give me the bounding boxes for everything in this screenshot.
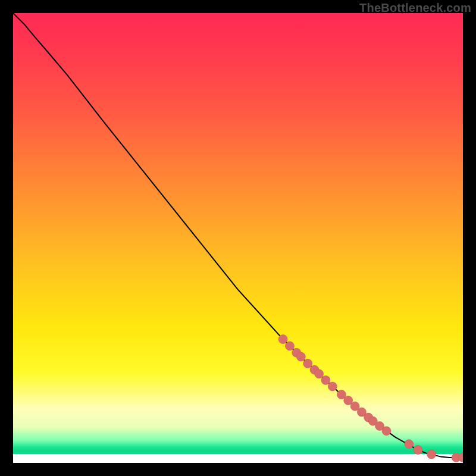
marker-point <box>285 342 294 350</box>
watermark-text: TheBottleneck.com <box>359 1 471 15</box>
marker-point <box>328 382 337 391</box>
scatter-markers <box>278 335 463 462</box>
plot-area <box>13 13 463 463</box>
curve-line <box>13 13 463 458</box>
marker-point <box>303 359 312 368</box>
marker-point <box>321 375 330 384</box>
marker-point <box>296 352 305 361</box>
marker-point <box>382 427 391 436</box>
marker-point <box>427 450 436 459</box>
marker-point <box>414 446 422 455</box>
marker-point <box>315 369 324 378</box>
chart-frame: TheBottleneck.com <box>0 0 476 476</box>
marker-point <box>278 335 287 344</box>
chart-svg <box>13 13 463 463</box>
marker-point <box>405 440 414 449</box>
